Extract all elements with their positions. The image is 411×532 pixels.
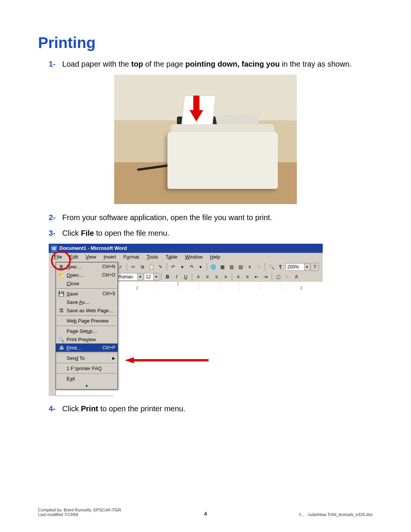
step-1-bold-top: top <box>131 60 143 68</box>
numbered-list-icon[interactable]: ≡ <box>234 273 242 281</box>
format-painter-icon[interactable]: ✎ <box>156 263 165 271</box>
step-3-num: 3- <box>49 228 60 238</box>
menu-help[interactable]: Help <box>207 253 223 261</box>
word-screenshot: W Document1 - Microsoft Word FFileile Ed… <box>49 244 323 396</box>
align-right-icon[interactable]: ≡ <box>212 273 221 281</box>
word-titlebar: W Document1 - Microsoft Word <box>49 244 323 253</box>
step-1-bold-pointing: pointing down, facing you <box>185 60 280 68</box>
new-shortcut: Ctrl+N <box>102 264 115 269</box>
align-justify-icon[interactable]: ≡ <box>221 273 230 281</box>
menu-item-open[interactable]: 📂Open… Ctrl+O <box>56 271 118 279</box>
font-size-combo[interactable]: 12 <box>144 273 159 281</box>
cut-icon[interactable]: ✂ <box>129 263 137 271</box>
step-4-text-a: Click <box>62 404 81 413</box>
redo-dropdown-icon[interactable]: ▾ <box>196 263 205 271</box>
border-icon[interactable]: ▢ <box>274 273 282 281</box>
file-menu-dropdown: 🗎New… Ctrl+N 📂Open… Ctrl+O Close 💾Save C… <box>56 262 118 390</box>
step-1: 1- Load paper with the top of the page p… <box>49 59 373 69</box>
step-4: 4- Click Print to open the printer menu. <box>49 404 373 414</box>
menu-expand-chevron-icon[interactable]: ▾ <box>56 383 118 389</box>
menu-item-exit[interactable]: Exit <box>56 374 118 383</box>
step-1-num: 1- <box>49 59 60 69</box>
step-3-bold-file: File <box>81 229 94 237</box>
red-arrow-left-icon <box>125 357 209 363</box>
doc-map-icon[interactable]: 🔍 <box>267 263 276 271</box>
menu-item-webpreview[interactable]: Web Page Preview <box>56 316 118 325</box>
menu-item-saveas[interactable]: Save As… <box>56 298 118 306</box>
highlight-icon[interactable]: ✎ <box>283 273 292 281</box>
step-2-text: From your software application, open the… <box>62 213 272 222</box>
tables-borders-icon[interactable]: ▦ <box>218 263 226 271</box>
step-3-text-a: Click <box>62 229 81 237</box>
step-3-text-c: to open the file menu. <box>94 229 169 237</box>
printer-icon: 🖶 <box>58 345 64 351</box>
step-4-text-c: to open the printer menu. <box>98 404 185 413</box>
footer-page-number: 4 <box>204 511 207 517</box>
align-left-icon[interactable]: ≡ <box>194 273 202 281</box>
drawing-icon[interactable]: ✎ <box>255 263 263 271</box>
undo-dropdown-icon[interactable]: ▾ <box>178 263 186 271</box>
menu-item-recent-1[interactable]: 1 F:\printer FAQ <box>56 364 118 372</box>
menu-item-save[interactable]: 💾Save Ctrl+S <box>56 289 118 298</box>
vertical-ruler <box>49 282 56 396</box>
paste-icon[interactable]: 📋 <box>147 263 156 271</box>
menu-table[interactable]: Table <box>162 253 180 261</box>
red-arrow-down-icon <box>190 96 203 122</box>
insert-table-icon[interactable]: ▥ <box>227 263 236 271</box>
indent-icon[interactable]: ⇥ <box>261 273 270 281</box>
italic-icon[interactable]: I <box>172 273 181 281</box>
print-shortcut: Ctrl+P <box>102 345 115 350</box>
step-2-num: 2- <box>49 212 60 223</box>
menu-item-close[interactable]: Close <box>56 279 118 288</box>
menu-item-print[interactable]: 🖶Print… Ctrl+P <box>56 343 118 352</box>
step-1-text-a: Load paper with the <box>62 60 131 68</box>
menu-window[interactable]: Window <box>182 253 206 261</box>
horizontal-ruler: · · · 1 · · · · · · · 2 · · · · · · · 3 … <box>113 282 323 290</box>
redo-icon[interactable]: ↷ <box>187 263 196 271</box>
word-title-text: Document1 - Microsoft Word <box>59 245 127 251</box>
font-color-icon[interactable]: A <box>292 273 301 281</box>
outdent-icon[interactable]: ⇤ <box>252 273 261 281</box>
step-4-bold-print: Print <box>81 404 98 413</box>
step-2: 2- From your software application, open … <box>49 212 373 223</box>
hyperlink-icon[interactable]: 🌐 <box>209 263 217 271</box>
printer-photo <box>114 75 297 204</box>
excel-icon[interactable]: ▤ <box>236 263 245 271</box>
columns-icon[interactable]: ≡ <box>245 263 254 271</box>
submenu-arrow-icon: ▶ <box>112 356 115 360</box>
page-footer: Compiled by: Brent Runnells, EPSCoR-ITER… <box>38 508 373 517</box>
menu-item-printpreview[interactable]: 🔍Print Preview <box>56 335 118 343</box>
align-center-icon[interactable]: ≡ <box>203 273 212 281</box>
menu-item-pagesetup[interactable]: Page Setup… <box>56 327 118 335</box>
save-disk-icon: 💾 <box>58 291 64 297</box>
footer-compiled-by: Compiled by: Brent Runnells, EPSCoR-ITER <box>38 508 121 512</box>
menu-insert[interactable]: Insert <box>100 253 119 261</box>
open-folder-icon: 📂 <box>58 272 64 278</box>
red-circle-annotation-icon <box>51 251 71 270</box>
print-preview-icon: 🔍 <box>58 336 64 342</box>
save-shortcut: Ctrl+S <box>102 291 115 296</box>
undo-icon[interactable]: ↶ <box>169 263 177 271</box>
menu-view[interactable]: View <box>83 253 99 261</box>
step-4-num: 4- <box>49 404 60 414</box>
footer-filepath: \\ . . .\uda\How-To\ht_lexmark_e320.doc <box>299 512 373 517</box>
menu-item-saveweb[interactable]: 🖺Save as Web Page… <box>56 306 118 315</box>
bold-icon[interactable]: B <box>163 273 172 281</box>
menu-item-sendto[interactable]: Send To ▶ <box>56 354 118 362</box>
underline-icon[interactable]: U <box>182 273 190 281</box>
step-1-text-c: of the page <box>143 60 185 68</box>
zoom-combo[interactable]: 200% <box>285 263 310 271</box>
copy-icon[interactable]: ⧉ <box>138 263 147 271</box>
page-title: Printing <box>38 34 373 51</box>
step-3: 3- Click File to open the file menu. <box>49 228 373 238</box>
font-combo[interactable]: Roman <box>116 273 143 281</box>
help-icon[interactable]: ? <box>311 263 319 271</box>
menu-tools[interactable]: Tools <box>143 253 161 261</box>
word-menubar: FFileile Edit View Insert Format Tools T… <box>49 253 323 262</box>
menu-format[interactable]: Format <box>120 253 142 261</box>
document-area[interactable] <box>113 289 323 396</box>
show-marks-icon[interactable]: ¶ <box>276 263 285 271</box>
save-web-icon: 🖺 <box>58 307 64 313</box>
bullet-list-icon[interactable]: ≡ <box>243 273 252 281</box>
footer-last-modified: Last modified 7/13/04 <box>38 512 121 517</box>
